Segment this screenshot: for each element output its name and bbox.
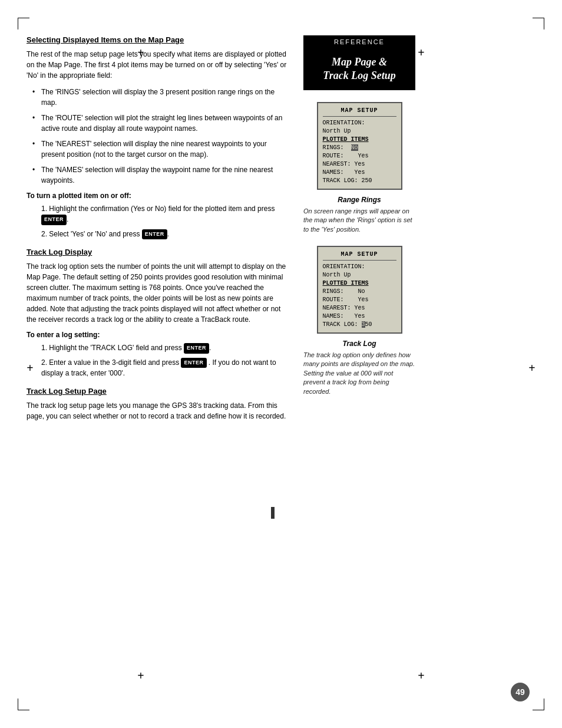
section2-heading: Track Log Display [27,248,292,256]
screen1-caption-text: On screen range rings will appear on the… [303,207,415,234]
step2-1: 1. Highlight the 'TRACK LOG' field and p… [32,342,292,354]
screen1-row4: RINGS: No [323,144,396,152]
screen1-row8: TRACK LOG: 250 [323,177,396,185]
screen2-title: MAP SETUP [323,251,396,261]
step1-2: 2. Select 'Yes' or 'No' and press ENTER. [32,229,292,240]
section-track-log-display: Track Log Display The track log option s… [27,248,292,378]
sidebar: REFERENCE Map Page &Track Log Setup MAP … [303,35,415,693]
section-selecting-items: Selecting Displayed Items on the Map Pag… [27,35,292,239]
screen1-row6: NEAREST: Yes [323,160,396,169]
step1-1: 1. Highlight the confirmation (Yes or No… [32,203,292,225]
section1-body1: The rest of the map setup page lets you … [27,49,292,81]
rings-highlighted: No [351,144,358,151]
screen2-row1: ORIENTATION: [323,263,396,271]
enter-button-2: ENTER [142,229,167,240]
section-track-log-setup: Track Log Setup Page The track log setup… [27,387,292,421]
corner-mark-tl [18,18,29,29]
screen2-row2: North Up [323,271,396,279]
screen2-row4: RINGS: No [323,288,396,296]
crosshair-mid-right [527,363,537,373]
screen1-row3: PLOTTED ITEMS [323,136,396,144]
section2-subheading1: To enter a log setting: [27,331,292,339]
crosshair-bottom-left [135,670,146,681]
corner-mark-tr [533,18,544,29]
main-content: Selecting Displayed Items on the Map Pag… [27,35,303,693]
screen2-row3: PLOTTED ITEMS [323,279,396,288]
bullet-rings: The 'RINGS' selection will display the 3… [32,87,292,108]
screen1-row5: ROUTE: Yes [323,152,396,160]
sidebar-title: Map Page &Track Log Setup [303,48,415,90]
section3-body1: The track log setup page lets you manage… [27,400,292,421]
bullet-route: The 'ROUTE' selection will plot the stra… [32,113,292,134]
gps-screen-2: MAP SETUP ORIENTATION: North Up PLOTTED … [317,246,402,334]
section2-body1: The track log option sets the number of … [27,261,292,325]
enter-button-1: ENTER [41,215,67,225]
screen2-row8: TRACK LOG: 350 [323,321,396,329]
step2-2: 2. Enter a value in the 3-digit field an… [32,357,292,379]
screen2-row5: ROUTE: Yes [323,296,396,304]
bullet-names: The 'NAMES' selection will display the w… [32,164,292,186]
bullet-nearest: The 'NEAREST' selection will display the… [32,139,292,160]
crosshair-top-left [135,47,146,58]
crosshair-bottom-right [416,670,427,681]
screen2-row6: NEAREST: Yes [323,304,396,312]
screen1-title: MAP SETUP [323,107,396,117]
reference-header: REFERENCE [303,35,415,48]
section2-steps: 1. Highlight the 'TRACK LOG' field and p… [32,342,292,378]
corner-mark-br [533,699,544,710]
section1-heading: Selecting Displayed Items on the Map Pag… [27,35,292,44]
screen1-caption-title: Range Rings [303,196,415,204]
screen2-row7: NAMES: Yes [323,312,396,321]
crosshair-top-right [416,47,427,58]
page-number: 49 [511,683,530,701]
screen1-row1: ORIENTATION: [323,119,396,127]
corner-mark-bl [18,699,29,710]
screen2-caption-title: Track Log [303,340,415,348]
enter-button-4: ENTER [181,358,206,368]
screen2-caption-text: The track log option only defines how ma… [303,351,415,396]
gps-screen-1: MAP SETUP ORIENTATION: North Up PLOTTED … [317,102,402,190]
section3-heading: Track Log Setup Page [27,387,292,396]
section1-steps: 1. Highlight the confirmation (Yes or No… [32,203,292,239]
section1-bullet-list: The 'RINGS' selection will display the 3… [32,87,292,186]
screen1-row7: NAMES: Yes [323,169,396,177]
enter-button-3: ENTER [184,343,209,354]
margin-mark [271,507,275,519]
screen1-row2: North Up [323,127,396,136]
tracklog-highlighted: 3 [362,321,365,328]
section1-subheading1: To turn a plotted item on or off: [27,192,292,200]
